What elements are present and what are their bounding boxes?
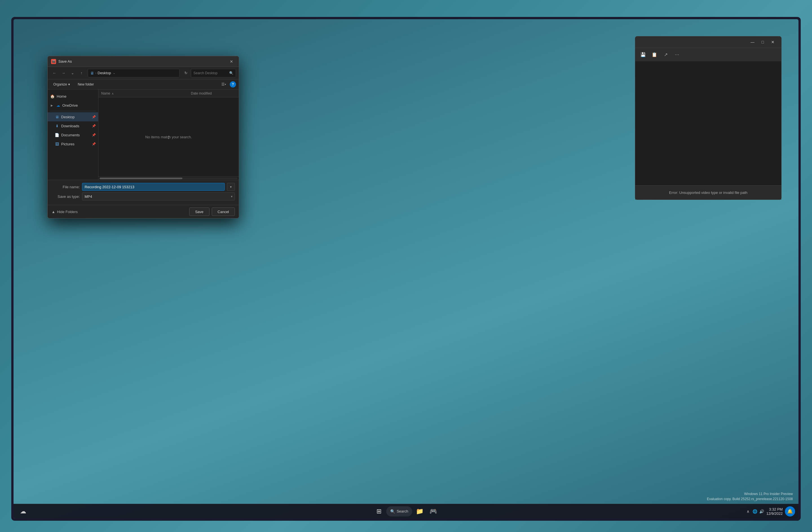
path-location-icon: 🖥 — [90, 71, 94, 75]
browser-minimize-btn[interactable]: — — [749, 38, 756, 46]
browser-close-btn[interactable]: ✕ — [769, 38, 777, 46]
browser-content — [635, 61, 781, 78]
sidebar-item-downloads-label: Downloads — [61, 124, 79, 128]
tray-up-arrow[interactable]: ∧ — [745, 509, 751, 514]
onedrive-icon: ☁ — [56, 103, 61, 108]
column-date: Date modified — [191, 92, 236, 95]
save-type-label: Save as type: — [52, 194, 80, 199]
start-button[interactable]: ⊞ — [373, 505, 385, 518]
footer-buttons: Save Cancel — [189, 207, 235, 216]
clock-time: 3:32 PM — [766, 507, 783, 512]
browser-share-icon[interactable]: ↗ — [661, 50, 670, 59]
file-name-input[interactable] — [82, 183, 225, 191]
file-list-content[interactable]: No items match your search. ↕ — [98, 97, 239, 177]
col-sort-icon: ∧ — [112, 92, 114, 95]
start-icon: ⊞ — [376, 508, 381, 515]
taskbar: ☁ ⊞ 🔍 Search 📁 🎮 ∧ 🌐 � — [14, 504, 798, 518]
dialog-title-icon: 🎬 — [51, 59, 56, 64]
taskbar-app-icon: 🎮 — [430, 508, 437, 515]
screen-area: — □ ✕ 💾 📋 ↗ ⋯ Error: Unsupported video t… — [14, 19, 798, 518]
browser-more-icon[interactable]: ⋯ — [672, 50, 681, 59]
file-name-dropdown-btn[interactable]: ▾ — [227, 183, 235, 191]
save-type-row: Save as type: MP4 AVI MKV MOV ▾ — [52, 193, 235, 200]
browser-maximize-btn[interactable]: □ — [759, 38, 767, 46]
browser-save-icon[interactable]: 💾 — [639, 50, 648, 59]
nav-refresh-button[interactable]: ↻ — [182, 69, 190, 77]
nav-search-input[interactable] — [193, 71, 228, 75]
browser-copy-icon[interactable]: 📋 — [650, 50, 659, 59]
path-chevron-icon: ⌄ — [113, 71, 115, 75]
desktop-pin-icon: 📌 — [92, 115, 96, 119]
new-folder-button[interactable]: New folder — [75, 81, 97, 88]
hide-folders-chevron: ▲ — [52, 210, 55, 214]
sidebar-item-downloads[interactable]: ⬇ Downloads 📌 — [48, 121, 98, 130]
save-button[interactable]: Save — [189, 207, 209, 216]
tray-volume-icon[interactable]: 🔊 — [759, 509, 764, 514]
resize-cursor-icon: ↕ — [167, 134, 170, 140]
notification-button[interactable]: 🔔 — [785, 506, 795, 517]
sidebar-item-documents[interactable]: 📄 Documents 📌 — [48, 130, 98, 139]
scrollbar-track[interactable] — [100, 178, 238, 179]
notification-icon-symbol: 🔔 — [787, 508, 793, 514]
sidebar-divider — [50, 111, 96, 111]
dialog-form: File name: ▾ Save as type: MP4 AVI MKV M… — [48, 180, 239, 205]
help-button[interactable]: ? — [230, 81, 236, 87]
save-type-select-container: MP4 AVI MKV MOV ▾ — [82, 193, 235, 200]
organize-label: Organize — [53, 82, 67, 86]
sidebar-item-documents-label: Documents — [61, 133, 80, 137]
watermark-line2: Evaluation copy. Build 25252.rs_prerelea… — [707, 496, 793, 502]
file-list-header: Name ∧ Date modified — [98, 89, 239, 97]
tray-network-icon[interactable]: 🌐 — [752, 509, 757, 514]
sidebar-item-desktop-label: Desktop — [61, 115, 75, 119]
browser-window: — □ ✕ 💾 📋 ↗ ⋯ Error: Unsupported video t… — [635, 36, 782, 200]
title-icon-symbol: 🎬 — [52, 60, 55, 63]
cancel-button[interactable]: Cancel — [212, 207, 235, 216]
taskbar-folder-button[interactable]: 📁 — [413, 505, 426, 518]
view-button[interactable]: ☰ ▾ — [220, 81, 228, 88]
search-taskbar-icon: 🔍 — [390, 509, 395, 514]
sidebar-item-pictures-label: Pictures — [61, 142, 74, 146]
nav-forward-button[interactable]: → — [59, 69, 68, 77]
sidebar: 🏠 Home ▶ ☁ OneDrive 🖥 Desktop 📌 — [48, 89, 98, 180]
hide-folders-button[interactable]: ▲ Hide Folders — [52, 210, 78, 214]
taskbar-cloud-icon[interactable]: ☁ — [17, 505, 29, 518]
organize-button[interactable]: Organize ▾ — [50, 81, 73, 88]
pictures-icon: 🖼 — [54, 141, 59, 146]
dialog-body: 🏠 Home ▶ ☁ OneDrive 🖥 Desktop 📌 — [48, 89, 239, 180]
clock-date: 12/9/2022 — [766, 512, 783, 516]
dialog-toolbar: Organize ▾ New folder ☰ ▾ ? — [48, 79, 239, 89]
desktop-folder-icon: 🖥 — [54, 114, 59, 120]
taskbar-app-button[interactable]: 🎮 — [427, 505, 439, 518]
search-taskbar-label: Search — [397, 509, 408, 513]
sidebar-item-pictures[interactable]: 🖼 Pictures 📌 — [48, 139, 98, 149]
browser-titlebar: — □ ✕ — [635, 37, 781, 48]
windows-watermark: Windows 11 Pro Insider Preview Evaluatio… — [707, 491, 793, 502]
sidebar-item-home[interactable]: 🏠 Home — [48, 92, 98, 101]
nav-back-button[interactable]: ← — [50, 69, 58, 77]
downloads-pin-icon: 📌 — [92, 124, 96, 128]
dialog-titlebar: 🎬 Save As ✕ — [48, 56, 239, 67]
resize-handle[interactable]: ↕ — [167, 134, 170, 140]
file-name-label: File name: — [52, 185, 80, 189]
downloads-icon: ⬇ — [54, 123, 59, 128]
scrollbar-thumb[interactable] — [100, 178, 183, 179]
taskbar-clock[interactable]: 3:32 PM 12/9/2022 — [766, 507, 783, 516]
documents-icon: 📄 — [54, 132, 59, 138]
nav-path-bar[interactable]: 🖥 › Desktop ⌄ — [88, 69, 179, 77]
watermark-line1: Windows 11 Pro Insider Preview — [707, 491, 793, 496]
sidebar-item-desktop[interactable]: 🖥 Desktop 📌 — [48, 112, 98, 121]
nav-recent-button[interactable]: ⌄ — [69, 69, 76, 77]
hide-folders-label: Hide Folders — [57, 210, 78, 214]
sidebar-item-onedrive-label: OneDrive — [62, 103, 78, 108]
file-name-input-container — [82, 183, 225, 191]
error-bar: Error: Unsupported video type or invalid… — [635, 185, 781, 199]
column-name: Name ∧ — [101, 92, 189, 95]
search-taskbar-button[interactable]: 🔍 Search — [386, 506, 412, 517]
system-tray: ∧ 🌐 🔊 — [745, 509, 764, 514]
sidebar-item-onedrive[interactable]: ▶ ☁ OneDrive — [48, 101, 98, 110]
nav-up-button[interactable]: ↑ — [77, 69, 85, 77]
pictures-pin-icon: 📌 — [92, 142, 96, 146]
save-type-select[interactable]: MP4 AVI MKV MOV — [82, 193, 235, 200]
documents-pin-icon: 📌 — [92, 133, 96, 137]
dialog-close-button[interactable]: ✕ — [228, 58, 235, 66]
